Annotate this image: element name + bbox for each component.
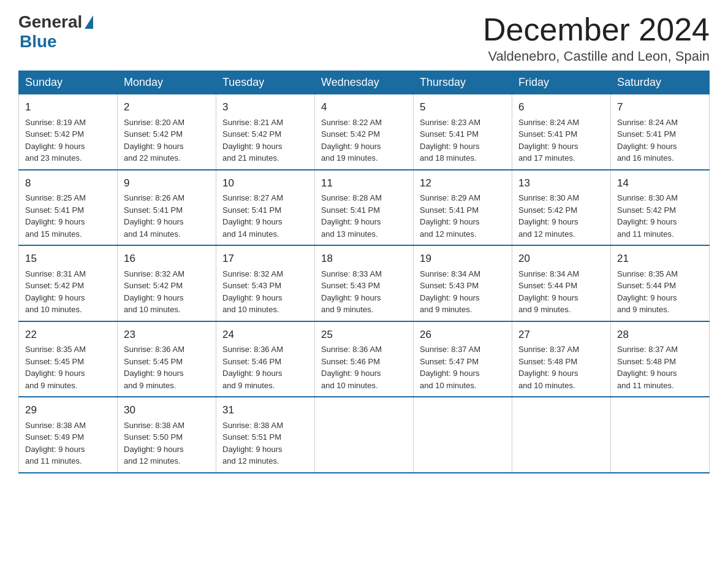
day-info: Sunrise: 8:27 AMSunset: 5:41 PMDaylight:… [222, 192, 308, 240]
day-number: 14 [617, 175, 703, 191]
day-cell: 10Sunrise: 8:27 AMSunset: 5:41 PMDayligh… [216, 170, 315, 246]
logo-general-text: General [18, 12, 82, 32]
day-cell: 14Sunrise: 8:30 AMSunset: 5:42 PMDayligh… [611, 170, 710, 246]
day-cell [611, 397, 710, 473]
day-info: Sunrise: 8:38 AMSunset: 5:50 PMDaylight:… [124, 419, 210, 467]
day-cell: 30Sunrise: 8:38 AMSunset: 5:50 PMDayligh… [118, 397, 216, 473]
day-cell: 13Sunrise: 8:30 AMSunset: 5:42 PMDayligh… [512, 170, 611, 246]
day-number: 19 [420, 251, 506, 267]
logo: General Blue [18, 12, 93, 52]
day-info: Sunrise: 8:38 AMSunset: 5:51 PMDaylight:… [222, 419, 308, 467]
day-info: Sunrise: 8:22 AMSunset: 5:42 PMDaylight:… [321, 117, 407, 164]
day-info: Sunrise: 8:32 AMSunset: 5:43 PMDaylight:… [222, 268, 308, 316]
day-cell: 15Sunrise: 8:31 AMSunset: 5:42 PMDayligh… [19, 245, 118, 321]
day-number: 9 [124, 175, 210, 191]
day-info: Sunrise: 8:31 AMSunset: 5:42 PMDaylight:… [25, 268, 111, 316]
day-cell: 16Sunrise: 8:32 AMSunset: 5:42 PMDayligh… [118, 245, 216, 321]
day-info: Sunrise: 8:34 AMSunset: 5:44 PMDaylight:… [518, 268, 604, 316]
day-number: 30 [124, 402, 210, 418]
header-friday: Friday [512, 71, 611, 94]
day-info: Sunrise: 8:24 AMSunset: 5:41 PMDaylight:… [617, 117, 703, 164]
day-number: 20 [518, 251, 604, 267]
day-info: Sunrise: 8:33 AMSunset: 5:43 PMDaylight:… [321, 268, 407, 316]
day-cell: 31Sunrise: 8:38 AMSunset: 5:51 PMDayligh… [216, 397, 315, 473]
day-number: 2 [124, 99, 210, 115]
day-number: 5 [420, 99, 506, 115]
day-number: 18 [321, 251, 407, 267]
day-number: 12 [420, 175, 506, 191]
day-number: 13 [518, 175, 604, 191]
day-info: Sunrise: 8:36 AMSunset: 5:45 PMDaylight:… [124, 343, 210, 391]
day-cell: 23Sunrise: 8:36 AMSunset: 5:45 PMDayligh… [118, 321, 216, 397]
day-number: 10 [222, 175, 308, 191]
day-info: Sunrise: 8:20 AMSunset: 5:42 PMDaylight:… [124, 117, 210, 164]
day-cell: 25Sunrise: 8:36 AMSunset: 5:46 PMDayligh… [315, 321, 414, 397]
day-info: Sunrise: 8:30 AMSunset: 5:42 PMDaylight:… [617, 192, 703, 240]
day-info: Sunrise: 8:36 AMSunset: 5:46 PMDaylight:… [321, 343, 407, 391]
calendar-header: SundayMondayTuesdayWednesdayThursdayFrid… [19, 71, 710, 94]
day-info: Sunrise: 8:29 AMSunset: 5:41 PMDaylight:… [420, 192, 506, 240]
day-number: 31 [222, 402, 308, 418]
header-thursday: Thursday [414, 71, 512, 94]
week-row-1: 1Sunrise: 8:19 AMSunset: 5:42 PMDaylight… [19, 94, 710, 170]
title-block: December 2024 Valdenebro, Castille and L… [483, 12, 710, 64]
day-cell [512, 397, 611, 473]
day-number: 28 [617, 327, 703, 343]
day-cell: 12Sunrise: 8:29 AMSunset: 5:41 PMDayligh… [414, 170, 512, 246]
day-number: 3 [222, 99, 308, 115]
header-sunday: Sunday [19, 71, 118, 94]
logo-blue-text: Blue [20, 32, 57, 52]
logo-triangle-icon [85, 15, 93, 29]
header: General Blue December 2024 Valdenebro, C… [18, 12, 710, 64]
day-number: 4 [321, 99, 407, 115]
day-cell: 2Sunrise: 8:20 AMSunset: 5:42 PMDaylight… [118, 94, 216, 170]
day-number: 8 [25, 175, 111, 191]
day-cell: 20Sunrise: 8:34 AMSunset: 5:44 PMDayligh… [512, 245, 611, 321]
day-cell: 1Sunrise: 8:19 AMSunset: 5:42 PMDaylight… [19, 94, 118, 170]
day-number: 11 [321, 175, 407, 191]
calendar-table: SundayMondayTuesdayWednesdayThursdayFrid… [18, 71, 710, 473]
day-cell: 21Sunrise: 8:35 AMSunset: 5:44 PMDayligh… [611, 245, 710, 321]
day-number: 7 [617, 99, 703, 115]
day-info: Sunrise: 8:35 AMSunset: 5:44 PMDaylight:… [617, 268, 703, 316]
week-row-3: 15Sunrise: 8:31 AMSunset: 5:42 PMDayligh… [19, 245, 710, 321]
day-cell: 27Sunrise: 8:37 AMSunset: 5:48 PMDayligh… [512, 321, 611, 397]
page: General Blue December 2024 Valdenebro, C… [0, 0, 728, 492]
day-info: Sunrise: 8:21 AMSunset: 5:42 PMDaylight:… [222, 117, 308, 164]
day-info: Sunrise: 8:37 AMSunset: 5:48 PMDaylight:… [617, 343, 703, 391]
day-number: 1 [25, 99, 111, 115]
day-info: Sunrise: 8:23 AMSunset: 5:41 PMDaylight:… [420, 117, 506, 164]
day-info: Sunrise: 8:36 AMSunset: 5:46 PMDaylight:… [222, 343, 308, 391]
header-monday: Monday [118, 71, 216, 94]
day-cell: 24Sunrise: 8:36 AMSunset: 5:46 PMDayligh… [216, 321, 315, 397]
day-number: 21 [617, 251, 703, 267]
day-number: 22 [25, 327, 111, 343]
day-cell: 17Sunrise: 8:32 AMSunset: 5:43 PMDayligh… [216, 245, 315, 321]
day-number: 16 [124, 251, 210, 267]
day-cell: 9Sunrise: 8:26 AMSunset: 5:41 PMDaylight… [118, 170, 216, 246]
day-cell: 19Sunrise: 8:34 AMSunset: 5:43 PMDayligh… [414, 245, 512, 321]
day-number: 6 [518, 99, 604, 115]
day-number: 29 [25, 402, 111, 418]
day-cell: 28Sunrise: 8:37 AMSunset: 5:48 PMDayligh… [611, 321, 710, 397]
location-subtitle: Valdenebro, Castille and Leon, Spain [483, 48, 710, 64]
day-cell: 8Sunrise: 8:25 AMSunset: 5:41 PMDaylight… [19, 170, 118, 246]
logo-text: General [18, 12, 93, 32]
week-row-2: 8Sunrise: 8:25 AMSunset: 5:41 PMDaylight… [19, 170, 710, 246]
day-info: Sunrise: 8:19 AMSunset: 5:42 PMDaylight:… [25, 117, 111, 164]
day-info: Sunrise: 8:37 AMSunset: 5:47 PMDaylight:… [420, 343, 506, 391]
day-cell: 22Sunrise: 8:35 AMSunset: 5:45 PMDayligh… [19, 321, 118, 397]
day-number: 27 [518, 327, 604, 343]
day-info: Sunrise: 8:38 AMSunset: 5:49 PMDaylight:… [25, 419, 111, 467]
day-cell: 18Sunrise: 8:33 AMSunset: 5:43 PMDayligh… [315, 245, 414, 321]
day-info: Sunrise: 8:28 AMSunset: 5:41 PMDaylight:… [321, 192, 407, 240]
day-info: Sunrise: 8:34 AMSunset: 5:43 PMDaylight:… [420, 268, 506, 316]
day-cell: 3Sunrise: 8:21 AMSunset: 5:42 PMDaylight… [216, 94, 315, 170]
day-number: 15 [25, 251, 111, 267]
day-number: 25 [321, 327, 407, 343]
day-cell: 5Sunrise: 8:23 AMSunset: 5:41 PMDaylight… [414, 94, 512, 170]
day-cell: 29Sunrise: 8:38 AMSunset: 5:49 PMDayligh… [19, 397, 118, 473]
calendar-body: 1Sunrise: 8:19 AMSunset: 5:42 PMDaylight… [19, 94, 710, 473]
header-wednesday: Wednesday [315, 71, 414, 94]
day-info: Sunrise: 8:24 AMSunset: 5:41 PMDaylight:… [518, 117, 604, 164]
